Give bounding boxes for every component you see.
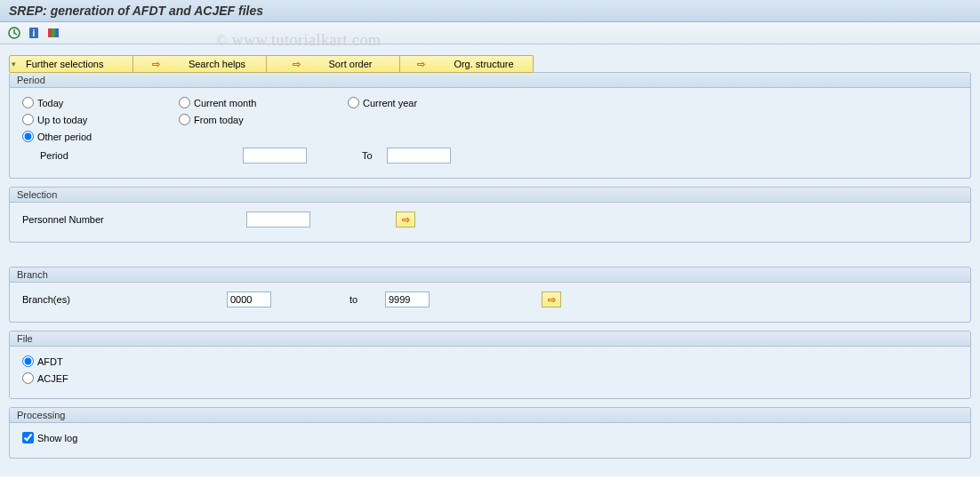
period-from-input[interactable] bbox=[243, 148, 307, 164]
period-header: Period bbox=[10, 73, 970, 88]
radio-from-today[interactable]: From today bbox=[179, 114, 244, 125]
radio-up-to-today[interactable]: Up to today bbox=[22, 114, 87, 125]
selection-header: Selection bbox=[10, 188, 970, 203]
file-group: File AFDT ACJEF bbox=[9, 331, 971, 399]
branch-to-label: to bbox=[349, 294, 385, 305]
org-structure-button[interactable]: ⇨Org. structure bbox=[400, 55, 534, 73]
branch-label: Branch(es) bbox=[22, 294, 227, 305]
page-title: SREP: generation of AFDT and ACJEF files bbox=[9, 4, 263, 18]
execute-icon[interactable] bbox=[7, 26, 21, 40]
radio-current-month[interactable]: Current month bbox=[179, 97, 256, 108]
further-selections-button[interactable]: ▾Further selections bbox=[9, 55, 133, 73]
variants-icon[interactable] bbox=[46, 26, 60, 40]
svg-text:i: i bbox=[33, 28, 36, 38]
radio-today[interactable]: Today bbox=[22, 97, 63, 108]
app-toolbar: i bbox=[0, 22, 980, 44]
svg-rect-5 bbox=[55, 28, 59, 37]
action-button-row: ▾Further selections ⇨Search helps ⇨Sort … bbox=[9, 55, 971, 73]
branch-header: Branch bbox=[10, 267, 970, 283]
radio-acjef[interactable]: ACJEF bbox=[22, 372, 68, 384]
personnel-multi-select-button[interactable]: ⇨ bbox=[396, 212, 415, 228]
radio-afdt[interactable]: AFDT bbox=[22, 355, 63, 367]
period-to-input[interactable] bbox=[387, 148, 451, 164]
sort-order-button[interactable]: ⇨Sort order bbox=[267, 55, 400, 73]
processing-header: Processing bbox=[10, 408, 970, 423]
svg-rect-4 bbox=[52, 28, 55, 37]
branch-group: Branch Branch(es) to ⇨ bbox=[9, 267, 971, 323]
search-helps-button[interactable]: ⇨Search helps bbox=[133, 55, 267, 73]
svg-rect-3 bbox=[48, 28, 52, 37]
branch-from-input[interactable] bbox=[227, 291, 271, 307]
period-label: Period bbox=[40, 150, 243, 161]
info-icon[interactable]: i bbox=[27, 26, 41, 40]
radio-other-period[interactable]: Other period bbox=[22, 131, 92, 142]
period-group: Period Today Current month Current year … bbox=[9, 72, 971, 179]
processing-group: Processing Show log bbox=[9, 407, 971, 459]
personnel-number-input[interactable] bbox=[246, 212, 310, 228]
main-content: ▾Further selections ⇨Search helps ⇨Sort … bbox=[0, 44, 980, 476]
check-show-log[interactable]: Show log bbox=[22, 432, 77, 443]
branch-multi-select-button[interactable]: ⇨ bbox=[542, 291, 561, 307]
title-bar: SREP: generation of AFDT and ACJEF files bbox=[0, 0, 980, 22]
branch-to-input[interactable] bbox=[385, 291, 430, 307]
selection-group: Selection Personnel Number ⇨ bbox=[9, 187, 971, 243]
period-to-label: To bbox=[362, 150, 387, 161]
personnel-number-label: Personnel Number bbox=[22, 214, 246, 225]
file-header: File bbox=[10, 331, 970, 347]
radio-current-year[interactable]: Current year bbox=[348, 97, 417, 108]
